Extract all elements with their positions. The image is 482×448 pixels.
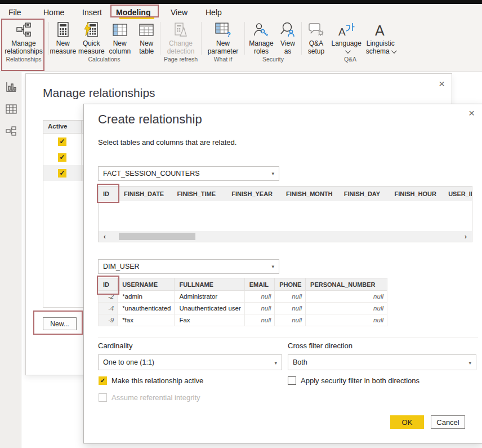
table2-column-header[interactable]: PERSONAL_NUMBER [306,278,387,291]
linguistic-schema-button[interactable]: A Linguistic schema [363,19,398,56]
table2-column-header[interactable]: EMAIL [244,278,275,291]
table1-column-header[interactable]: FINISH_DATE [119,187,173,201]
table1-column-header[interactable]: USER_ID [444,187,472,201]
disabled-checkbox-icon [99,393,107,402]
dropdown-arrow-icon: ▾ [274,355,277,371]
model-view-icon[interactable] [5,125,17,137]
table2-select-value: DIM_USER [103,263,140,270]
table1-header-row: ID FINISH_DATE FINISH_TIME FINISH_YEAR F… [99,187,472,201]
new-column-button[interactable]: New column [106,19,133,56]
scroll-left-icon[interactable]: ‹ [99,231,111,242]
cardinality-select[interactable]: One to one (1:1) ▾ [98,354,282,370]
new-relationship-button[interactable]: New... [43,317,77,330]
table2-select[interactable]: DIM_USER ▾ [98,259,279,274]
ok-button[interactable]: OK [390,415,424,429]
ribbon-body: Manage relationships Relationships [0,19,482,63]
table1-column-header[interactable]: FINISH_MONTH [282,187,340,201]
report-view-icon[interactable] [5,81,17,94]
table2-cell[interactable]: -2 [99,291,118,303]
table2-row[interactable]: -9 *fax Fax null null null [99,314,387,326]
table2-cell[interactable]: Unauthenticated user [175,303,244,314]
table1-column-header[interactable]: FINISH_TIME [173,187,227,201]
table2-cell[interactable]: -4 [99,303,118,314]
table2-cell[interactable]: Fax [175,314,244,326]
new-table-icon [139,20,154,40]
active-checkbox-checked[interactable]: ✓ [58,169,66,178]
qa-setup-button[interactable]: Q&A setup [303,19,329,56]
tab-file[interactable]: File [8,6,21,19]
table2-column-header[interactable]: ID [99,278,118,291]
security-filter-checkbox-row[interactable]: Apply security filter in both directions [288,376,419,385]
table2-cell[interactable]: null [306,291,387,303]
table2-cell[interactable]: *unauthenticated [118,303,175,314]
table2-header-row: ID USERNAME FULLNAME EMAIL PHONE PERSONA… [99,278,387,291]
make-active-checkbox-row[interactable]: ✓ Make this relationship active [99,376,203,385]
table1-select[interactable]: FACT_SESSION_COUNTERS ▾ [98,166,279,181]
table2-column-header[interactable]: USERNAME [118,278,175,291]
data-view-icon[interactable] [5,103,17,116]
table1-column-header[interactable]: FINISH_HOUR [390,187,444,201]
table2-cell[interactable]: null [244,303,275,314]
table2-cell[interactable]: Administrator [175,291,244,303]
manage-dialog-close-icon[interactable]: × [439,79,445,88]
new-measure-button[interactable]: New measure [50,19,77,56]
view-as-button[interactable]: View as [276,19,299,56]
table2-cell[interactable]: null [306,303,387,314]
tab-view[interactable]: View [171,6,188,19]
security-filter-label: Apply security filter in both directions [301,376,419,385]
new-table-button[interactable]: New table [134,19,159,56]
create-dialog-close-icon[interactable]: × [468,109,475,118]
active-checkbox-checked[interactable]: ✓ [58,153,66,162]
table2-column-header[interactable]: PHONE [275,278,306,291]
dropdown-arrow-icon: ▾ [271,167,274,180]
scrollbar-track[interactable] [111,233,459,240]
language-icon: A [337,20,355,40]
table2-cell[interactable]: null [244,314,275,326]
scroll-right-icon[interactable]: › [459,231,472,242]
table2-row[interactable]: -2 *admin Administrator null null null [99,291,387,303]
create-dialog-title: Create relationship [98,112,202,127]
manage-relationships-label: Manage relationships [1,40,46,56]
quick-measure-button[interactable]: Quick measure [78,19,105,56]
scrollbar-thumb[interactable] [119,233,195,240]
group-label-calculations: Calculations [50,56,159,63]
quick-measure-label: Quick measure [78,40,105,56]
question-glyph: ? [226,30,231,38]
unchecked-checkbox-icon[interactable] [288,376,296,385]
table1-column-header[interactable]: FINISH_DAY [340,187,390,201]
manage-roles-label: Manage roles [247,40,275,56]
manage-roles-button[interactable]: Manage roles [247,19,275,56]
table2-cell[interactable]: null [275,314,306,326]
table2-cell[interactable]: null [306,314,387,326]
group-separator [48,22,49,55]
table2-row[interactable]: -4 *unauthenticated Unauthenticated user… [99,303,387,314]
qa-setup-label: Q&A setup [303,40,329,56]
cross-filter-select[interactable]: Both ▾ [288,354,476,370]
table2-cell[interactable]: null [275,303,306,314]
table2-cell[interactable]: -9 [99,314,118,326]
tab-home[interactable]: Home [43,6,64,19]
table2-cell[interactable]: *fax [118,314,175,326]
new-parameter-button[interactable]: ? New parameter [204,19,242,56]
calculator-icon [56,20,70,40]
cross-filter-label: Cross filter direction [288,341,352,350]
table1-select-value: FACT_SESSION_COUNTERS [103,170,200,178]
table1-column-header[interactable]: FINISH_YEAR [227,187,282,201]
table2-cell[interactable]: null [244,291,275,303]
tab-insert[interactable]: Insert [82,6,102,19]
linguistic-schema-label-2: schema [366,48,395,56]
table2-column-header[interactable]: FULLNAME [175,278,244,291]
active-checkbox-checked[interactable]: ✓ [58,137,66,146]
table2-cell[interactable]: null [275,291,306,303]
new-measure-label: New measure [50,40,77,56]
table1-column-header[interactable]: ID [99,187,119,201]
checked-checkbox-icon[interactable]: ✓ [99,376,107,385]
cancel-button[interactable]: Cancel [431,415,465,429]
tab-help[interactable]: Help [206,6,222,19]
table2-cell[interactable]: *admin [118,291,175,303]
manage-relationships-button[interactable]: Manage relationships [1,19,46,56]
group-label-page-refresh: Page refresh [162,56,200,63]
table1-empty-body [99,201,472,231]
table1-horizontal-scrollbar[interactable]: ‹ › [99,231,472,242]
language-button[interactable]: A Language [331,19,363,55]
